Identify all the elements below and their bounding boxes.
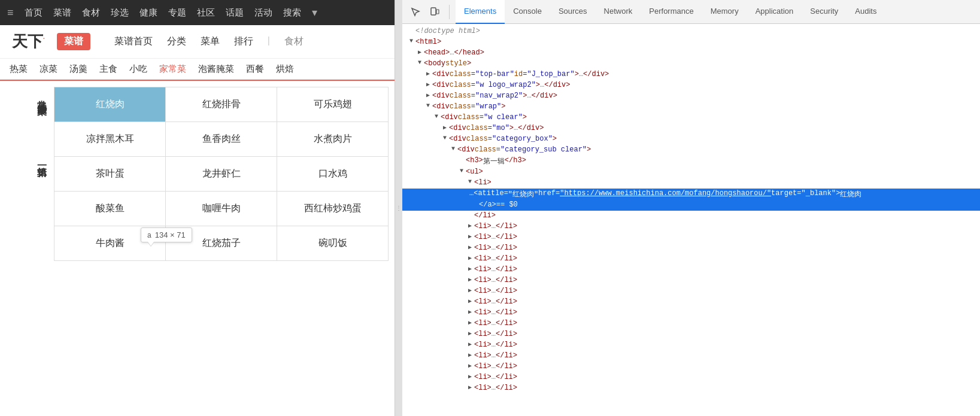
svg-rect-0	[431, 8, 436, 15]
recipe-cell[interactable]: 咖喱牛肉	[166, 192, 277, 226]
html-line-li11[interactable]: ▶ <li>…</li>	[402, 318, 980, 329]
panel-splitter[interactable]: ⋮	[395, 0, 402, 416]
table-row: 牛肉酱 红烧茄子 碗叨饭	[54, 226, 389, 261]
html-line-nav[interactable]: ▶ <div class="nav_wrap2">…</div>	[402, 91, 980, 102]
recipe-cell[interactable]: 口水鸡	[277, 157, 389, 192]
cat-homecook[interactable]: 家常菜	[159, 63, 186, 75]
recipe-cell[interactable]: 龙井虾仁	[166, 157, 277, 192]
html-line-li[interactable]: ▼ <li>	[402, 178, 980, 189]
html-line-li14[interactable]: ▶ <li>…</li>	[402, 351, 980, 362]
nav-search[interactable]: 搜索	[283, 7, 301, 19]
cat-western[interactable]: 西餐	[246, 63, 264, 75]
link-menu[interactable]: 菜单	[201, 35, 220, 48]
devtools-html-tree[interactable]: <!doctype html> ▼ <html> ▶ <head>…</head…	[402, 24, 980, 416]
devtools-panel: Elements Console Sources Network Perform…	[402, 0, 980, 416]
nav-theme[interactable]: 话题	[226, 7, 244, 19]
html-line-head[interactable]: ▶ <head>…</head>	[402, 48, 980, 59]
html-line-body[interactable]: ▼ <body style>	[402, 59, 980, 69]
html-line-topbar[interactable]: ▶ <div class="top-bar" id="J_top_bar">…<…	[402, 69, 980, 80]
html-line-wclear[interactable]: ▼ <div class="w clear">	[402, 113, 980, 123]
cat-snack[interactable]: 小吃	[129, 63, 147, 75]
html-line-h3[interactable]: <h3>第一辑</h3>	[402, 156, 980, 167]
tooltip-tag: a	[147, 231, 151, 239]
html-line-li12[interactable]: ▶ <li>…</li>	[402, 329, 980, 340]
link-food[interactable]: 食材	[284, 35, 304, 48]
recipe-cell[interactable]: 茶叶蛋	[54, 157, 166, 192]
nav-selected[interactable]: 珍选	[111, 7, 129, 19]
recipe-cell[interactable]: 可乐鸡翅	[277, 87, 389, 122]
cat-baking[interactable]: 烘焙	[276, 63, 294, 75]
nav-community[interactable]: 社区	[197, 7, 215, 19]
html-line-html[interactable]: ▼ <html>	[402, 37, 980, 48]
recipe-cell[interactable]: 鱼香肉丝	[166, 122, 277, 157]
html-line-li6[interactable]: ▶ <li>…</li>	[402, 265, 980, 275]
cat-pickled[interactable]: 泡酱腌菜	[198, 63, 234, 75]
tab-console[interactable]: Console	[505, 0, 550, 24]
cat-cold[interactable]: 凉菜	[40, 63, 57, 75]
recipe-cell[interactable]: 红烧排骨	[166, 87, 277, 122]
recipe-badge[interactable]: 菜谱	[57, 33, 90, 50]
html-line-catbox[interactable]: ▼ <div class="category_box">	[402, 134, 980, 145]
html-line-ul[interactable]: ▼ <ul>	[402, 167, 980, 178]
nav-topic[interactable]: 专题	[168, 7, 186, 19]
html-line-li2[interactable]: ▶ <li>…</li>	[402, 221, 980, 232]
nav-health[interactable]: 健康	[139, 7, 157, 19]
html-line-li5[interactable]: ▶ <li>…</li>	[402, 254, 980, 265]
inspect-element-button[interactable]	[407, 4, 424, 20]
html-line-li15[interactable]: ▶ <li>…</li>	[402, 362, 980, 372]
tab-network[interactable]: Network	[596, 0, 641, 24]
html-line-endli[interactable]: </li>	[402, 211, 980, 221]
recipe-cell[interactable]: 酸菜鱼	[54, 192, 166, 226]
html-line-anchor-suffix[interactable]: </a> == $0	[402, 200, 980, 211]
table-row: 酸菜鱼 咖喱牛肉 西红柿炒鸡蛋	[54, 192, 389, 226]
html-line-li17[interactable]: ▶ <li>…</li>	[402, 383, 980, 394]
html-line-li8[interactable]: ▶ <li>…</li>	[402, 286, 980, 297]
logo-bar: 天下· 菜谱 菜谱首页 分类 菜单 排行 | 食材	[0, 25, 395, 59]
link-ranking[interactable]: 排行	[234, 35, 253, 48]
more-button[interactable]: ▾	[312, 6, 317, 19]
nav-ingredients[interactable]: 食材	[82, 7, 100, 19]
html-line-catsub[interactable]: ▼ <div class="category_sub clear">	[402, 145, 980, 156]
toolbar-separator	[449, 5, 450, 19]
svg-rect-1	[436, 10, 439, 14]
tab-sources[interactable]: Sources	[550, 0, 596, 24]
recipe-cell[interactable]: 红烧肉	[54, 87, 166, 122]
recipe-cell[interactable]: 西红柿炒鸡蛋	[277, 192, 389, 226]
recipe-cell[interactable]: 碗叨饭	[277, 226, 389, 261]
nav-home[interactable]: 首页	[25, 7, 43, 19]
device-toggle-button[interactable]	[426, 4, 443, 20]
html-line-doctype[interactable]: <!doctype html>	[402, 26, 980, 37]
html-line-anchor-selected[interactable]: … <a title="红烧肉" href="https://www.meish…	[402, 189, 980, 200]
html-line-mo[interactable]: ▶ <div class="mo">…</div>	[402, 123, 980, 134]
main-content: 常见的家常菜 第一辑 a 134 × 71 红烧肉 红烧排骨 可乐鸡翅	[0, 81, 395, 416]
tab-elements[interactable]: Elements	[456, 0, 505, 24]
html-line-li7[interactable]: ▶ <li>…</li>	[402, 275, 980, 286]
html-line-wrap[interactable]: ▼ <div class="wrap">	[402, 102, 980, 113]
cat-soup[interactable]: 汤羹	[69, 63, 87, 75]
table-row: 凉拌黑木耳 鱼香肉丝 水煮肉片	[54, 122, 389, 157]
link-home[interactable]: 菜谱首页	[114, 35, 153, 48]
cat-hot[interactable]: 热菜	[10, 63, 28, 75]
table-row: 红烧肉 红烧排骨 可乐鸡翅	[54, 87, 389, 122]
html-line-li3[interactable]: ▶ <li>…</li>	[402, 232, 980, 243]
link-category[interactable]: 分类	[167, 35, 186, 48]
tab-audits[interactable]: Audits	[846, 0, 885, 24]
menu-icon[interactable]: ≡	[7, 7, 14, 19]
html-line-li16[interactable]: ▶ <li>…</li>	[402, 372, 980, 383]
recipe-cell[interactable]: 凉拌黑木耳	[54, 122, 166, 157]
html-line-li13[interactable]: ▶ <li>…</li>	[402, 340, 980, 351]
category-navigation: 热菜 凉菜 汤羹 主食 小吃 家常菜 泡酱腌菜 西餐 烘焙	[0, 59, 395, 81]
html-line-logo[interactable]: ▶ <div class="w logo_wrap2">…</div>	[402, 80, 980, 91]
html-line-li9[interactable]: ▶ <li>…</li>	[402, 297, 980, 308]
tab-memory[interactable]: Memory	[702, 0, 747, 24]
tab-performance[interactable]: Performance	[641, 0, 702, 24]
tab-application[interactable]: Application	[747, 0, 802, 24]
nav-activity[interactable]: 活动	[254, 7, 272, 19]
cat-staple[interactable]: 主食	[99, 63, 117, 75]
devtools-toolbar: Elements Console Sources Network Perform…	[402, 0, 980, 24]
recipe-cell[interactable]: 水煮肉片	[277, 122, 389, 157]
nav-recipes[interactable]: 菜谱	[53, 7, 71, 19]
tab-security[interactable]: Security	[802, 0, 846, 24]
html-line-li10[interactable]: ▶ <li>…</li>	[402, 308, 980, 318]
html-line-li4[interactable]: ▶ <li>…</li>	[402, 243, 980, 254]
